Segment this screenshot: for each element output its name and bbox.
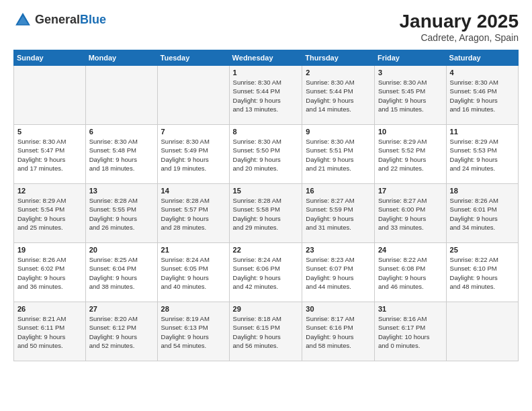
calendar-week-2: 5Sunrise: 8:30 AM Sunset: 5:47 PM Daylig… bbox=[14, 125, 519, 184]
page: GeneralBlue January 2025 Cadrete, Aragon… bbox=[0, 0, 532, 411]
day-number: 12 bbox=[17, 187, 82, 195]
day-number: 2 bbox=[306, 68, 371, 77]
day-info: Sunrise: 8:22 AM Sunset: 6:08 PM Dayligh… bbox=[378, 255, 443, 291]
day-info: Sunrise: 8:19 AM Sunset: 6:13 PM Dayligh… bbox=[161, 314, 226, 350]
day-info: Sunrise: 8:30 AM Sunset: 5:44 PM Dayligh… bbox=[306, 78, 371, 113]
day-number: 15 bbox=[233, 187, 299, 195]
calendar-cell bbox=[446, 302, 518, 361]
calendar-header: SundayMondayTuesdayWednesdayThursdayFrid… bbox=[14, 50, 519, 66]
calendar-week-5: 26Sunrise: 8:21 AM Sunset: 6:11 PM Dayli… bbox=[14, 302, 519, 361]
day-number: 24 bbox=[378, 246, 443, 254]
day-number: 19 bbox=[17, 246, 82, 254]
calendar-cell: 21Sunrise: 8:24 AM Sunset: 6:05 PM Dayli… bbox=[157, 243, 229, 302]
day-number: 28 bbox=[161, 305, 226, 313]
day-info: Sunrise: 8:26 AM Sunset: 6:02 PM Dayligh… bbox=[17, 255, 82, 291]
calendar-cell: 15Sunrise: 8:28 AM Sunset: 5:58 PM Dayli… bbox=[229, 184, 302, 243]
calendar-cell bbox=[14, 66, 86, 125]
calendar-cell: 4Sunrise: 8:30 AM Sunset: 5:46 PM Daylig… bbox=[446, 66, 518, 125]
calendar-week-1: 1Sunrise: 8:30 AM Sunset: 5:44 PM Daylig… bbox=[14, 66, 519, 125]
day-info: Sunrise: 8:30 AM Sunset: 5:44 PM Dayligh… bbox=[233, 78, 299, 113]
day-info: Sunrise: 8:20 AM Sunset: 6:12 PM Dayligh… bbox=[89, 314, 154, 350]
day-info: Sunrise: 8:30 AM Sunset: 5:50 PM Dayligh… bbox=[233, 137, 299, 173]
day-number: 6 bbox=[89, 128, 154, 136]
day-info: Sunrise: 8:29 AM Sunset: 5:52 PM Dayligh… bbox=[378, 137, 443, 173]
calendar-cell: 22Sunrise: 8:24 AM Sunset: 6:06 PM Dayli… bbox=[229, 243, 302, 302]
weekday-header-friday: Friday bbox=[374, 50, 446, 66]
day-info: Sunrise: 8:23 AM Sunset: 6:07 PM Dayligh… bbox=[306, 255, 371, 291]
calendar-cell: 16Sunrise: 8:27 AM Sunset: 5:59 PM Dayli… bbox=[302, 184, 375, 243]
day-info: Sunrise: 8:17 AM Sunset: 6:16 PM Dayligh… bbox=[306, 314, 371, 350]
calendar-cell: 23Sunrise: 8:23 AM Sunset: 6:07 PM Dayli… bbox=[302, 243, 375, 302]
calendar-cell: 12Sunrise: 8:29 AM Sunset: 5:54 PM Dayli… bbox=[14, 184, 86, 243]
calendar-week-3: 12Sunrise: 8:29 AM Sunset: 5:54 PM Dayli… bbox=[14, 184, 519, 243]
day-number: 11 bbox=[450, 128, 515, 136]
calendar-cell bbox=[157, 66, 229, 125]
day-info: Sunrise: 8:25 AM Sunset: 6:04 PM Dayligh… bbox=[89, 255, 154, 291]
day-info: Sunrise: 8:30 AM Sunset: 5:48 PM Dayligh… bbox=[89, 137, 154, 173]
day-info: Sunrise: 8:28 AM Sunset: 5:57 PM Dayligh… bbox=[161, 196, 226, 232]
day-number: 4 bbox=[450, 68, 515, 77]
day-number: 25 bbox=[450, 246, 515, 254]
day-number: 21 bbox=[161, 246, 226, 254]
calendar-cell: 17Sunrise: 8:27 AM Sunset: 6:00 PM Dayli… bbox=[374, 184, 446, 243]
day-number: 16 bbox=[306, 187, 371, 195]
calendar-cell: 9Sunrise: 8:30 AM Sunset: 5:51 PM Daylig… bbox=[302, 125, 375, 184]
logo-blue: Blue bbox=[80, 13, 106, 26]
calendar-week-4: 19Sunrise: 8:26 AM Sunset: 6:02 PM Dayli… bbox=[14, 243, 519, 302]
calendar-cell: 28Sunrise: 8:19 AM Sunset: 6:13 PM Dayli… bbox=[157, 302, 229, 361]
day-number: 3 bbox=[378, 68, 443, 77]
calendar-cell: 7Sunrise: 8:30 AM Sunset: 5:49 PM Daylig… bbox=[157, 125, 229, 184]
day-info: Sunrise: 8:28 AM Sunset: 5:58 PM Dayligh… bbox=[233, 196, 299, 232]
title-block: January 2025 Cadrete, Aragon, Spain bbox=[400, 11, 519, 43]
calendar-cell: 20Sunrise: 8:25 AM Sunset: 6:04 PM Dayli… bbox=[85, 243, 157, 302]
logo: GeneralBlue bbox=[13, 11, 106, 30]
weekday-header-wednesday: Wednesday bbox=[229, 50, 302, 66]
day-info: Sunrise: 8:29 AM Sunset: 5:53 PM Dayligh… bbox=[450, 137, 515, 173]
day-info: Sunrise: 8:24 AM Sunset: 6:06 PM Dayligh… bbox=[233, 255, 299, 291]
calendar-cell: 8Sunrise: 8:30 AM Sunset: 5:50 PM Daylig… bbox=[229, 125, 302, 184]
day-info: Sunrise: 8:30 AM Sunset: 5:51 PM Dayligh… bbox=[306, 137, 371, 173]
calendar-cell bbox=[85, 66, 157, 125]
day-number: 22 bbox=[233, 246, 299, 254]
calendar-cell: 5Sunrise: 8:30 AM Sunset: 5:47 PM Daylig… bbox=[14, 125, 86, 184]
day-info: Sunrise: 8:18 AM Sunset: 6:15 PM Dayligh… bbox=[233, 314, 299, 350]
calendar-cell: 26Sunrise: 8:21 AM Sunset: 6:11 PM Dayli… bbox=[14, 302, 86, 361]
calendar-cell: 18Sunrise: 8:26 AM Sunset: 6:01 PM Dayli… bbox=[446, 184, 518, 243]
calendar-cell: 13Sunrise: 8:28 AM Sunset: 5:55 PM Dayli… bbox=[85, 184, 157, 243]
day-info: Sunrise: 8:24 AM Sunset: 6:05 PM Dayligh… bbox=[161, 255, 226, 291]
day-info: Sunrise: 8:30 AM Sunset: 5:45 PM Dayligh… bbox=[378, 78, 443, 113]
calendar-cell: 11Sunrise: 8:29 AM Sunset: 5:53 PM Dayli… bbox=[446, 125, 518, 184]
day-number: 17 bbox=[378, 187, 443, 195]
calendar-table: SundayMondayTuesdayWednesdayThursdayFrid… bbox=[13, 50, 519, 361]
logo-general: General bbox=[35, 13, 80, 26]
day-info: Sunrise: 8:29 AM Sunset: 5:54 PM Dayligh… bbox=[17, 196, 82, 232]
day-number: 31 bbox=[378, 305, 443, 313]
day-number: 9 bbox=[306, 128, 371, 136]
day-info: Sunrise: 8:27 AM Sunset: 6:00 PM Dayligh… bbox=[378, 196, 443, 232]
calendar-cell: 27Sunrise: 8:20 AM Sunset: 6:12 PM Dayli… bbox=[85, 302, 157, 361]
day-number: 7 bbox=[161, 128, 226, 136]
day-number: 5 bbox=[17, 128, 82, 136]
calendar-body: 1Sunrise: 8:30 AM Sunset: 5:44 PM Daylig… bbox=[14, 66, 519, 361]
weekday-header-tuesday: Tuesday bbox=[157, 50, 229, 66]
calendar-cell: 19Sunrise: 8:26 AM Sunset: 6:02 PM Dayli… bbox=[14, 243, 86, 302]
day-number: 14 bbox=[161, 187, 226, 195]
day-info: Sunrise: 8:16 AM Sunset: 6:17 PM Dayligh… bbox=[378, 314, 443, 350]
day-number: 20 bbox=[89, 246, 154, 254]
day-info: Sunrise: 8:30 AM Sunset: 5:49 PM Dayligh… bbox=[161, 137, 226, 173]
day-number: 30 bbox=[306, 305, 371, 313]
weekday-header-monday: Monday bbox=[85, 50, 157, 66]
day-number: 8 bbox=[233, 128, 299, 136]
day-number: 10 bbox=[378, 128, 443, 136]
calendar-cell: 14Sunrise: 8:28 AM Sunset: 5:57 PM Dayli… bbox=[157, 184, 229, 243]
calendar-cell: 29Sunrise: 8:18 AM Sunset: 6:15 PM Dayli… bbox=[229, 302, 302, 361]
calendar-cell: 6Sunrise: 8:30 AM Sunset: 5:48 PM Daylig… bbox=[85, 125, 157, 184]
weekday-header-sunday: Sunday bbox=[14, 50, 86, 66]
day-info: Sunrise: 8:26 AM Sunset: 6:01 PM Dayligh… bbox=[450, 196, 515, 232]
day-number: 29 bbox=[233, 305, 299, 313]
calendar-cell: 31Sunrise: 8:16 AM Sunset: 6:17 PM Dayli… bbox=[374, 302, 446, 361]
subtitle: Cadrete, Aragon, Spain bbox=[400, 32, 519, 43]
weekday-header-saturday: Saturday bbox=[446, 50, 518, 66]
day-info: Sunrise: 8:27 AM Sunset: 5:59 PM Dayligh… bbox=[306, 196, 371, 232]
calendar-cell: 3Sunrise: 8:30 AM Sunset: 5:45 PM Daylig… bbox=[374, 66, 446, 125]
